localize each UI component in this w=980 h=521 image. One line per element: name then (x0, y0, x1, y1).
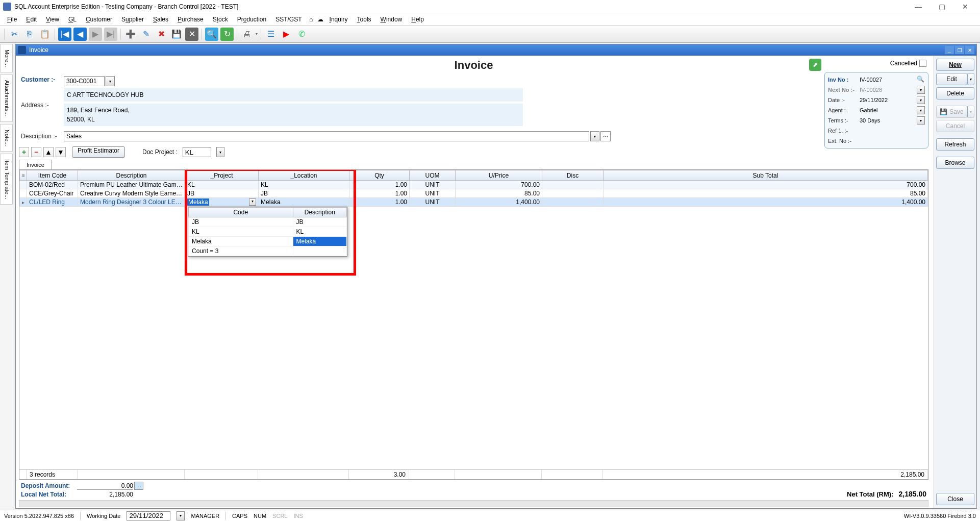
dropdown-option-selected[interactable]: Melaka Melaka (189, 237, 347, 246)
next-button[interactable]: ▶ (89, 28, 102, 41)
menu-production[interactable]: Production (233, 15, 270, 24)
new-button[interactable]: New (936, 59, 974, 71)
list-icon[interactable]: ☰ (264, 28, 278, 41)
paste-icon[interactable]: 📋 (38, 28, 52, 41)
menu-stock[interactable]: Stock (209, 15, 232, 24)
deposit-more-button[interactable]: ⋯ (134, 482, 143, 490)
last-button[interactable]: ▶| (104, 28, 117, 41)
inv-no-search-icon[interactable]: 🔍 (917, 76, 925, 84)
terms-dropdown[interactable]: ▾ (917, 116, 925, 125)
menu-sales[interactable]: Sales (149, 15, 172, 24)
youtube-icon[interactable]: ▶ (280, 28, 293, 41)
edit-button[interactable]: Edit (936, 73, 967, 85)
col-item-code[interactable]: Item Code (27, 170, 78, 181)
whatsapp-icon[interactable]: ✆ (295, 28, 308, 41)
dropdown-option[interactable]: JB JB (189, 217, 347, 227)
close-window-button[interactable]: Close (936, 493, 974, 505)
project-dropdown-popup[interactable]: Code Description JB JB KL KL (188, 207, 347, 257)
menu-view[interactable]: View (42, 15, 63, 24)
tab-invoice[interactable]: Invoice (19, 160, 52, 169)
agent-dropdown[interactable]: ▾ (917, 106, 925, 114)
profit-estimator-button[interactable]: Profit Estimator (72, 146, 125, 158)
agent-value[interactable]: Gabriel (860, 107, 915, 113)
inv-no-value[interactable]: IV-00027 (860, 77, 915, 83)
home-icon[interactable]: ⌂ (307, 15, 315, 23)
description-input[interactable] (64, 131, 589, 141)
cancel-icon[interactable]: ✕ (185, 28, 198, 41)
col-disc[interactable]: Disc (542, 170, 604, 181)
move-down-button[interactable]: ▼ (56, 147, 66, 157)
dropdown-option[interactable]: KL KL (189, 227, 347, 237)
terms-value[interactable]: 30 Days (860, 117, 915, 123)
doc-project-dropdown[interactable]: ▾ (216, 147, 224, 157)
col-project[interactable]: _Project (185, 170, 259, 181)
menu-edit[interactable]: Edit (22, 15, 41, 24)
menu-help[interactable]: Help (407, 15, 428, 24)
rail-tab-attachments[interactable]: Attachments... (0, 75, 13, 121)
bottom-scrollbar[interactable] (19, 500, 928, 507)
edit-icon[interactable]: ✎ (139, 28, 153, 41)
project-cell-editing[interactable]: Melaka ▾ (185, 198, 259, 207)
menu-supplier[interactable]: Supplier (117, 15, 148, 24)
refresh-icon[interactable]: ↻ (220, 28, 234, 41)
cancelled-checkbox[interactable] (919, 60, 926, 67)
maximize-button[interactable]: ▢ (934, 2, 949, 12)
minimize-button[interactable]: — (911, 2, 926, 12)
rail-tab-note[interactable]: Note... (0, 124, 13, 152)
save-icon[interactable]: 💾 (170, 28, 183, 41)
search-icon[interactable]: 🔍 (205, 28, 218, 41)
edit-dropdown-button[interactable]: ▾ (967, 73, 974, 85)
customer-code-input[interactable] (64, 76, 105, 86)
table-row[interactable]: CCE/Grey-Chair Creative Curvy Modern Sty… (20, 189, 928, 198)
delete-button[interactable]: Delete (936, 87, 974, 100)
description-dropdown-button[interactable]: ▾ (590, 131, 599, 141)
share-button[interactable]: ⬈ (809, 59, 821, 71)
move-up-button[interactable]: ▲ (43, 147, 54, 157)
add-icon[interactable]: ➕ (124, 28, 137, 41)
col-description[interactable]: Description (78, 170, 185, 181)
menu-customer[interactable]: Customer (82, 15, 116, 24)
invoice-close-button[interactable]: ✕ (965, 46, 974, 54)
close-button[interactable]: ✕ (958, 2, 973, 12)
doc-project-input[interactable] (183, 147, 211, 157)
rail-tab-item-template[interactable]: Item Template... (0, 154, 13, 205)
col-uom[interactable]: UOM (410, 170, 456, 181)
date-dropdown[interactable]: ▾ (917, 96, 925, 104)
cut-icon[interactable]: ✂ (8, 28, 21, 41)
col-location[interactable]: _Location (259, 170, 349, 181)
col-qty[interactable]: Qty (349, 170, 410, 181)
remove-row-button[interactable]: − (31, 147, 41, 157)
menu-tools[interactable]: Tools (353, 15, 375, 24)
invoice-restore-button[interactable]: ❐ (955, 46, 964, 54)
next-no-dropdown[interactable]: ▾ (917, 86, 925, 94)
date-value[interactable]: 29/11/2022 (860, 97, 915, 103)
dropdown-col-code[interactable]: Code (189, 208, 293, 217)
invoice-minimize-button[interactable]: _ (945, 46, 954, 54)
delete-icon[interactable]: ✖ (155, 28, 168, 41)
customer-dropdown-button[interactable]: ▾ (106, 76, 115, 86)
prev-button[interactable]: ◀ (73, 28, 87, 41)
menu-sstgst[interactable]: SST/GST (271, 15, 306, 24)
project-cell-dropdown-button[interactable]: ▾ (249, 199, 256, 206)
col-indicator[interactable]: ≡ (20, 170, 27, 181)
col-subtotal[interactable]: Sub Total (604, 170, 928, 181)
menu-purchase[interactable]: Purchase (173, 15, 208, 24)
print-icon[interactable]: 🖨 (240, 28, 254, 41)
first-button[interactable]: |◀ (58, 28, 71, 41)
col-uprice[interactable]: U/Price (456, 170, 542, 181)
menu-window[interactable]: Window (376, 15, 407, 24)
copy-icon[interactable]: ⎘ (23, 28, 36, 41)
rail-tab-more[interactable]: More... (0, 44, 13, 72)
table-row[interactable]: BOM-02/Red Premium PU Leather Ultimate G… (20, 181, 928, 189)
menu-file[interactable]: File (3, 15, 21, 24)
menu-gl[interactable]: GL (64, 15, 81, 24)
add-row-button[interactable]: + (19, 147, 29, 157)
refresh-button[interactable]: Refresh (936, 138, 974, 151)
description-more-button[interactable]: ⋯ (600, 131, 611, 141)
deposit-value[interactable]: 0.00 (77, 482, 133, 490)
cloud-icon[interactable]: ☁ (316, 15, 324, 23)
dropdown-col-desc[interactable]: Description (293, 208, 346, 217)
menu-inquiry[interactable]: Inquiry (325, 15, 352, 24)
invoice-grid[interactable]: ≡ Item Code Description _Project _Locati… (19, 170, 928, 207)
browse-button[interactable]: Browse (936, 157, 974, 169)
